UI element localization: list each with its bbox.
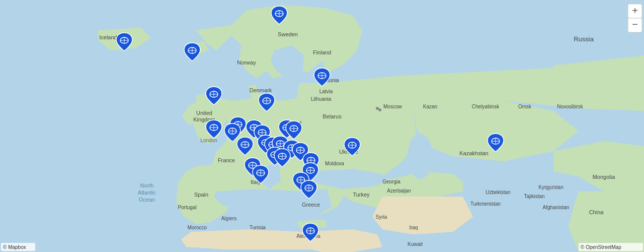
map-container: Iceland Sweden Finland Norway Russia Uni… — [0, 0, 644, 252]
svg-text:London: London — [200, 138, 217, 143]
svg-text:Syria: Syria — [376, 214, 387, 220]
svg-text:France: France — [218, 157, 235, 163]
svg-text:Omsk: Omsk — [518, 104, 532, 109]
svg-text:Mongolia: Mongolia — [593, 174, 616, 180]
svg-text:Norway: Norway — [237, 59, 256, 66]
svg-text:Kuwait: Kuwait — [408, 241, 423, 247]
svg-text:Tunisia: Tunisia — [250, 225, 266, 230]
svg-text:Uzbekistan: Uzbekistan — [486, 190, 510, 195]
svg-text:Kyrgyzstan: Kyrgyzstan — [538, 184, 563, 190]
svg-text:Turkmenistan: Turkmenistan — [470, 201, 501, 207]
svg-text:Moscow: Moscow — [383, 104, 402, 109]
svg-text:Greece: Greece — [302, 202, 320, 208]
svg-text:Tajikistan: Tajikistan — [524, 194, 544, 199]
svg-text:Russia: Russia — [574, 35, 594, 43]
svg-text:Portugal: Portugal — [178, 205, 196, 210]
svg-text:Iceland: Iceland — [99, 34, 117, 40]
svg-text:Moldova: Moldova — [325, 161, 344, 166]
svg-text:Atlantic: Atlantic — [138, 190, 156, 196]
svg-text:Belarus: Belarus — [323, 113, 342, 119]
svg-text:Novosibirsk: Novosibirsk — [557, 104, 584, 109]
svg-text:China: China — [589, 209, 604, 215]
svg-text:Morocco: Morocco — [188, 225, 207, 230]
svg-point-2 — [378, 108, 381, 111]
svg-text:Algiers: Algiers — [221, 216, 237, 221]
svg-text:United: United — [196, 110, 212, 116]
svg-text:Chelyabinsk: Chelyabinsk — [472, 104, 500, 109]
svg-text:Georgia: Georgia — [382, 179, 400, 184]
svg-text:Latvia: Latvia — [319, 89, 333, 94]
svg-text:Finland: Finland — [313, 49, 331, 55]
svg-point-51 — [376, 107, 379, 110]
map-svg: Iceland Sweden Finland Norway Russia Uni… — [0, 0, 644, 252]
svg-text:+: + — [632, 5, 638, 16]
svg-text:Ocean: Ocean — [139, 197, 155, 203]
svg-text:© OpenStreetMap: © OpenStreetMap — [581, 244, 621, 250]
svg-text:Kazakhstan: Kazakhstan — [459, 150, 488, 156]
svg-text:Denmark: Denmark — [250, 87, 272, 93]
svg-text:Spain: Spain — [194, 192, 208, 198]
svg-text:Lithuania: Lithuania — [311, 96, 332, 102]
svg-text:Kazan: Kazan — [423, 104, 437, 109]
svg-text:North: North — [140, 182, 154, 188]
svg-text:Afghanistan: Afghanistan — [543, 205, 570, 210]
svg-text:Azerbaijan: Azerbaijan — [387, 188, 411, 194]
svg-text:Sweden: Sweden — [278, 31, 298, 37]
svg-point-1 — [408, 134, 433, 179]
svg-text:Turkey: Turkey — [353, 192, 370, 198]
svg-text:© Mapbox: © Mapbox — [3, 244, 26, 250]
svg-text:Iraq: Iraq — [409, 225, 418, 230]
svg-text:−: − — [632, 19, 638, 30]
